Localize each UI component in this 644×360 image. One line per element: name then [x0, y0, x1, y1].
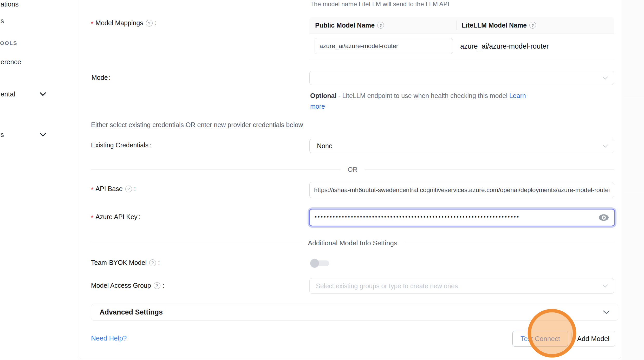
help-icon[interactable]: ?: [154, 282, 160, 289]
sidebar-item-label: erence: [1, 58, 21, 66]
model-access-group-select[interactable]: Select existing groups or type to create…: [309, 278, 614, 294]
sidebar: ations s TOOLS erence ental s: [0, 0, 78, 360]
azure-api-key-input[interactable]: ••••••••••••••••••••••••••••••••••••••••…: [309, 209, 615, 226]
additional-settings-divider: Additional Model Info Settings: [91, 239, 614, 247]
sidebar-item-experimental[interactable]: ental: [1, 90, 15, 98]
need-help-link[interactable]: Need Help?: [91, 334, 127, 342]
or-divider-text: OR: [340, 166, 365, 173]
existing-credentials-label: Existing Credentials :: [91, 141, 151, 149]
litellm-model-name-value: azure_ai/azure-model-router: [460, 42, 549, 50]
sidebar-item-organizations[interactable]: ations: [1, 0, 18, 8]
additional-settings-divider-text: Additional Model Info Settings: [301, 239, 404, 247]
help-icon[interactable]: ?: [377, 22, 384, 29]
add-model-button[interactable]: Add Model: [571, 331, 615, 347]
eye-visibility-icon[interactable]: [598, 214, 609, 221]
litellm-model-name-helper-text: The model name LiteLLM will send to the …: [310, 1, 449, 8]
model-access-group-placeholder: Select existing groups or type to create…: [310, 282, 458, 290]
sidebar-section-label: TOOLS: [0, 40, 17, 46]
toggle-knob: [310, 259, 319, 268]
column-header-public-model-name: Public Model Name ?: [309, 22, 456, 29]
model-mappings-table: Public Model Name ? LiteLLM Model Name ?…: [309, 17, 614, 59]
column-divider: [456, 21, 457, 30]
existing-credentials-value: None: [310, 142, 333, 150]
credentials-note: Either select existing credentials OR en…: [91, 121, 303, 129]
learn-more-link[interactable]: more: [310, 103, 325, 110]
azure-api-key-label: * Azure API Key :: [91, 213, 140, 221]
help-icon[interactable]: ?: [149, 259, 156, 266]
background-strip: [622, 0, 644, 360]
chevron-down-icon: [603, 310, 610, 314]
masked-password-value: ••••••••••••••••••••••••••••••••••••••••…: [315, 214, 580, 220]
required-asterisk: *: [91, 186, 93, 193]
mode-helper-text: Optional - LiteLLM endpoint to use when …: [310, 90, 526, 112]
test-connect-button[interactable]: Test Connect: [512, 331, 568, 347]
sidebar-item-label: s: [1, 131, 4, 139]
sidebar-item-inference[interactable]: erence: [1, 58, 21, 66]
api-base-label: * API Base ? :: [91, 185, 136, 193]
sidebar-section-tools: TOOLS: [0, 39, 17, 47]
background-line: [624, 97, 644, 97]
public-model-name-input[interactable]: [315, 38, 453, 54]
existing-credentials-select[interactable]: None: [309, 139, 614, 153]
sidebar-item-label: s: [1, 17, 4, 25]
chevron-down-icon: [40, 92, 46, 96]
model-access-group-label: Model Access Group ? :: [91, 282, 164, 289]
background-line: [624, 193, 644, 193]
sidebar-item-label: ations: [1, 0, 18, 8]
chevron-down-icon: [602, 144, 608, 148]
api-base-input[interactable]: [309, 182, 614, 198]
column-header-litellm-model-name: LiteLLM Model Name ?: [456, 22, 537, 29]
model-mappings-label: * Model Mappings ? :: [91, 19, 157, 27]
required-asterisk: *: [91, 214, 93, 221]
required-asterisk: *: [91, 20, 93, 28]
team-byok-label: Team-BYOK Model ? :: [91, 259, 160, 266]
sidebar-item-settings[interactable]: s: [1, 130, 4, 139]
chevron-down-icon: [602, 76, 608, 80]
sidebar-item-models[interactable]: s: [1, 17, 4, 25]
mode-label: Mode :: [92, 74, 111, 81]
model-mappings-table-row: azure_ai/azure-model-router: [309, 34, 614, 59]
model-mappings-table-header: Public Model Name ? LiteLLM Model Name ?: [309, 17, 614, 34]
team-byok-toggle[interactable]: [310, 259, 329, 268]
chevron-down-icon: [40, 133, 46, 137]
help-icon[interactable]: ?: [529, 22, 536, 29]
sidebar-item-label: ental: [1, 90, 15, 98]
chevron-down-icon: [602, 284, 608, 288]
help-icon[interactable]: ?: [125, 186, 132, 192]
help-icon[interactable]: ?: [146, 20, 153, 27]
advanced-settings-panel[interactable]: Advanced Settings: [91, 304, 618, 321]
learn-more-link[interactable]: Learn: [509, 92, 526, 99]
advanced-settings-title: Advanced Settings: [100, 308, 163, 316]
or-divider: OR: [91, 166, 614, 173]
mode-select[interactable]: [309, 71, 614, 85]
